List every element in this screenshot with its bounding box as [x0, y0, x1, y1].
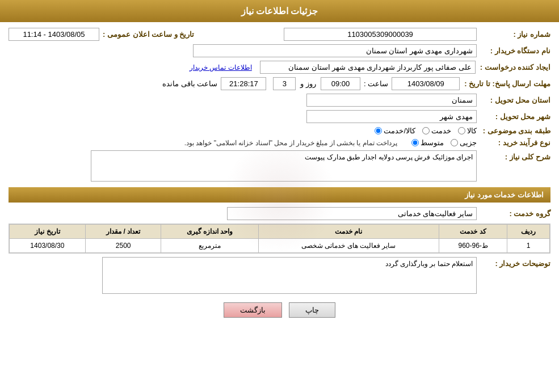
time-label: ساعت :	[364, 79, 388, 88]
row-city: شهر محل تحویل : مهدی شهر	[9, 110, 550, 123]
services-table-container: ردیف کد خدمت نام خدمت واحد اندازه گیری ت…	[9, 224, 550, 254]
purchase-type-medium: متوسط	[411, 138, 444, 147]
buyer-org-value: شهرداری مهدی شهر استان سمنان	[193, 44, 477, 57]
category-service-label: خدمت	[431, 127, 451, 135]
category-both-label: کالا/خدمت	[384, 127, 415, 135]
services-section-header: اطلاعات خدمات مورد نیاز	[9, 187, 550, 203]
col-code: کد خدمت	[439, 225, 507, 239]
purchase-type-label: نوع فرآیند خرید :	[477, 138, 550, 147]
purchase-type-partial: جزیی	[451, 138, 477, 147]
print-button[interactable]: چاپ	[289, 302, 335, 318]
purchase-type-radio-group: جزیی متوسط	[411, 138, 477, 147]
category-option-both: کالا/خدمت	[375, 127, 415, 135]
requester-label: ایجاد کننده درخواست :	[476, 63, 550, 71]
cell-code-1: ط-96-960	[439, 239, 507, 253]
contact-link[interactable]: اطلاعات تماس خریدار	[190, 64, 252, 71]
announce-datetime-value: 1403/08/05 - 11:14	[9, 28, 99, 41]
remaining-time-value: 21:28:17	[221, 77, 266, 90]
row-requester: ایجاد کننده درخواست : علی صفائی پور کارب…	[9, 61, 550, 74]
buyer-desc-value[interactable]	[102, 257, 477, 294]
page-title: جزئیات اطلاعات نیاز	[241, 6, 318, 16]
purchase-type-notice: پرداخت تمام یا بخشی از مبلغ خریدار از مح…	[184, 139, 397, 147]
table-header: ردیف کد خدمت نام خدمت واحد اندازه گیری ت…	[10, 225, 550, 239]
row-purchase-type: نوع فرآیند خرید : جزیی متوسط پرداخت تمام…	[9, 138, 550, 147]
row-buyer-desc: توضیحات خریدار :	[9, 257, 550, 294]
cell-quantity-1: 2500	[85, 239, 161, 253]
category-goods-radio[interactable]	[458, 127, 465, 134]
category-both-radio[interactable]	[375, 127, 382, 134]
col-name: نام خدمت	[258, 225, 439, 239]
requester-value: علی صفائی پور کاربرداز شهرداری مهدی شهر …	[260, 61, 476, 74]
buyer-org-label: نام دستگاه خریدار :	[477, 47, 550, 55]
category-option-service: خدمت	[422, 127, 451, 135]
need-desc-label: شرح کلی نیاز :	[477, 150, 550, 161]
category-service-radio[interactable]	[422, 127, 430, 134]
need-number-value: 1103005309000039	[284, 28, 477, 41]
category-option-goods: کالا	[458, 127, 477, 135]
announce-date-value: 1403/08/09	[392, 77, 460, 90]
col-row: ردیف	[507, 225, 550, 239]
purchase-medium-label: متوسط	[421, 138, 444, 147]
category-label: طبقه بندی موضوعی :	[477, 127, 550, 135]
buyer-desc-label: توضیحات خریدار :	[477, 257, 550, 268]
row-service-group: گروه خدمت : سایر فعالیت‌های خدماتی	[9, 207, 550, 220]
main-content: شماره نیاز : 1103005309000039 تاریخ و سا…	[0, 22, 559, 332]
row-buyer-org: نام دستگاه خریدار : شهرداری مهدی شهر است…	[9, 44, 550, 57]
cell-row-1: 1	[507, 239, 550, 253]
need-number-label: شماره نیاز :	[477, 30, 550, 39]
service-group-label: گروه خدمت :	[477, 209, 550, 218]
province-value: سمنان	[306, 94, 477, 107]
purchase-partial-label: جزیی	[460, 138, 477, 147]
row-need-number: شماره نیاز : 1103005309000039 تاریخ و سا…	[9, 28, 550, 41]
col-date: تاریخ نیاز	[10, 225, 86, 239]
page-container: جزئیات اطلاعات نیاز شماره نیاز : 1103005…	[0, 0, 559, 392]
purchase-partial-radio[interactable]	[451, 139, 458, 146]
service-group-value: سایر فعالیت‌های خدماتی	[227, 207, 477, 220]
row-deadline: مهلت ارسال پاسخ: تا تاریخ : 1403/08/09 س…	[9, 77, 550, 90]
services-table: ردیف کد خدمت نام خدمت واحد اندازه گیری ت…	[9, 224, 550, 253]
remaining-days-value: 3	[273, 77, 296, 90]
city-label: شهر محل تحویل :	[477, 112, 550, 121]
col-unit: واحد اندازه گیری	[161, 225, 258, 239]
city-value: مهدی شهر	[306, 110, 477, 123]
province-label: استان محل تحویل :	[477, 96, 550, 104]
row-province: استان محل تحویل : سمنان	[9, 94, 550, 107]
category-goods-label: کالا	[467, 127, 477, 135]
col-quantity: تعداد / مقدار	[85, 225, 161, 239]
cell-unit-1: مترمربع	[161, 239, 258, 253]
deadline-label: مهلت ارسال پاسخ: تا تاریخ :	[460, 79, 550, 88]
announce-time-value: 09:00	[321, 77, 360, 90]
back-button[interactable]: بازگشت	[224, 302, 282, 318]
remaining-time-label: ساعت باقی مانده	[162, 79, 217, 88]
purchase-medium-radio[interactable]	[411, 139, 419, 146]
cell-date-1: 1403/08/30	[10, 239, 86, 253]
table-body: 1 ط-96-960 سایر فعالیت های خدماتی شخصی م…	[10, 239, 550, 253]
remaining-days-label: روز و	[300, 79, 316, 88]
table-row: 1 ط-96-960 سایر فعالیت های خدماتی شخصی م…	[10, 239, 550, 253]
announce-datetime-label: تاریخ و ساعت اعلان عمومی :	[99, 30, 194, 39]
page-header: جزئیات اطلاعات نیاز	[0, 0, 559, 22]
row-category: طبقه بندی موضوعی : کالا خدمت کالا/خدمت	[9, 127, 550, 135]
button-row: چاپ بازگشت	[9, 302, 550, 318]
cell-name-1: سایر فعالیت های خدماتی شخصی	[258, 239, 439, 253]
category-radio-group: کالا خدمت کالا/خدمت	[375, 127, 477, 135]
row-need-desc: شرح کلی نیاز : // Will be populated afte…	[9, 150, 550, 182]
need-desc-value[interactable]	[91, 150, 477, 182]
